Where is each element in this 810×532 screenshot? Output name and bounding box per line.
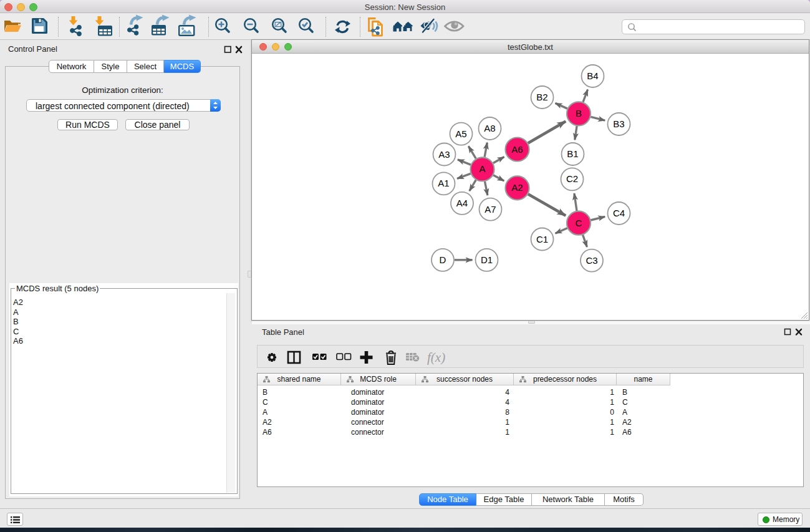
svg-text:f(x): f(x) — [427, 350, 445, 365]
svg-text:A1: A1 — [438, 178, 449, 188]
svg-text:B: B — [576, 108, 582, 118]
svg-text:B3: B3 — [613, 118, 624, 129]
svg-text:A6: A6 — [511, 144, 523, 155]
svg-text:C: C — [576, 218, 582, 228]
svg-text:C4: C4 — [613, 208, 625, 218]
svg-text:C3: C3 — [586, 255, 597, 266]
svg-text:B2: B2 — [536, 92, 547, 102]
svg-text:A8: A8 — [484, 123, 495, 133]
svg-text:A7: A7 — [485, 204, 496, 215]
svg-text:A3: A3 — [438, 149, 450, 160]
svg-text:D: D — [440, 254, 446, 265]
svg-text:B1: B1 — [567, 148, 578, 159]
svg-text:A4: A4 — [456, 198, 468, 208]
svg-text:C1: C1 — [536, 234, 548, 244]
svg-text:A2: A2 — [511, 182, 523, 193]
svg-text:A5: A5 — [455, 128, 466, 139]
svg-text:C2: C2 — [566, 173, 578, 184]
svg-text:A: A — [479, 163, 485, 174]
svg-text:D1: D1 — [481, 254, 493, 265]
svg-text:B4: B4 — [587, 70, 598, 81]
